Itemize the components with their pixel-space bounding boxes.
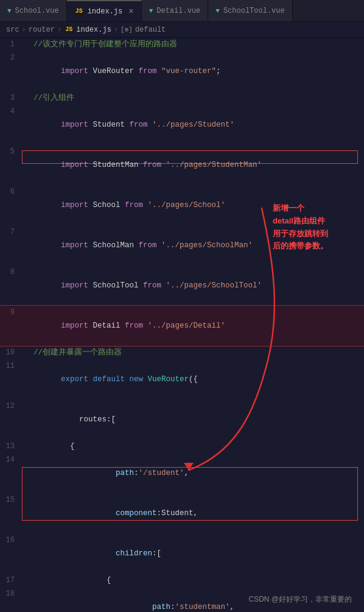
breadcrumb: src › router › JS index.js › [⊕] default [0, 22, 364, 38]
code-line-5: 5 import StudentMan from '../pages/Stude… [0, 145, 364, 185]
bc-src: src [6, 26, 19, 34]
tab-label: index.js [88, 7, 123, 16]
code-line-9: 9 import Detail from '../pages/Detail' [0, 306, 364, 346]
code-line-15: 15 component:Student, [0, 493, 364, 533]
code-line-4: 4 import Student from '../pages/Student' [0, 105, 364, 145]
tab-schooltool-vue[interactable]: ▼ SchoolTool.vue [208, 0, 292, 21]
bc-js-icon: JS [64, 26, 74, 33]
tab-bar: ▼ School.vue JS index.js × ▼ Detail.vue … [0, 0, 364, 22]
code-line-6: 6 import School from '../pages/School' [0, 185, 364, 225]
js-icon: JS [74, 7, 84, 15]
bc-sep2: › [57, 26, 61, 34]
code-line-16: 16 children:[ [0, 533, 364, 574]
tab-detail-vue[interactable]: ▼ Detail.vue [142, 0, 209, 21]
tab-label: School.vue [15, 7, 59, 15]
bc-export: default [135, 26, 166, 34]
code-line-11: 11 export default new VueRouter({ [0, 359, 364, 399]
code-line-2: 2 import VueRouter from "vue-router"; [0, 51, 364, 91]
tab-index-js[interactable]: JS index.js × [67, 0, 142, 21]
code-line-1: 1 //该文件专门用于创建整个应用的路由器 [0, 38, 364, 51]
code-line-14: 14 path:'/student', [0, 453, 364, 493]
bc-router: router [29, 26, 55, 34]
tab-label: Detail.vue [156, 7, 200, 15]
code-line-12: 12 routes:[ [0, 399, 364, 440]
bc-filename: index.js [76, 26, 111, 34]
code-line-8: 8 import SchoolTool from '../pages/Schoo… [0, 266, 364, 306]
bc-sep1: › [22, 26, 26, 34]
vue-icon: ▼ [149, 7, 153, 15]
bc-sep3: › [114, 26, 118, 34]
code-line-7: 7 import SchoolMan from '../pages/School… [0, 225, 364, 266]
vue-icon: ▼ [215, 7, 220, 15]
csdn-footer: CSDN @好好学习，非常重要的 [248, 594, 352, 605]
close-icon[interactable]: × [128, 7, 133, 16]
code-line-3: 3 //引入组件 [0, 91, 364, 105]
tab-school-vue[interactable]: ▼ School.vue [0, 0, 67, 21]
code-line-13: 13 { [0, 440, 364, 453]
code-line-17: 17 { [0, 574, 364, 587]
code-area: 1 //该文件专门用于创建整个应用的路由器 2 import VueRouter… [0, 38, 364, 612]
vue-icon: ▼ [7, 7, 12, 15]
code-line-10: 10 //创建并暴露一个路由器 [0, 346, 364, 359]
tab-label: SchoolTool.vue [223, 7, 285, 15]
bc-bracket: [⊕] [121, 26, 133, 33]
